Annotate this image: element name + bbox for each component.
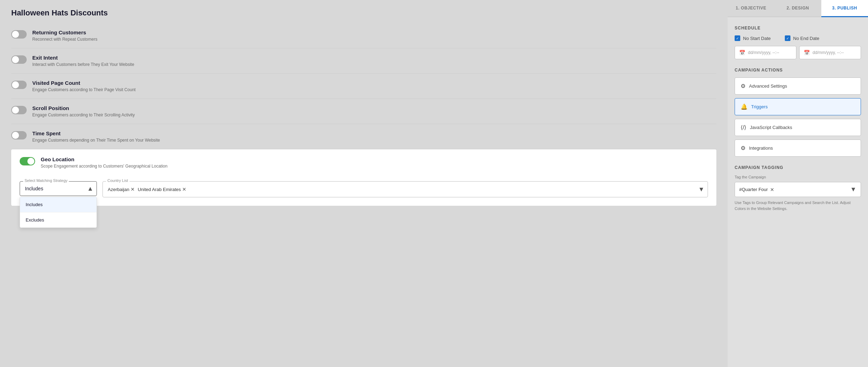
scroll-position-title: Scroll Position xyxy=(32,105,135,111)
country-tag-uae: United Arab Emirates ✕ xyxy=(138,186,186,192)
geo-location-title: Geo Location xyxy=(41,156,167,162)
dropdown-item-includes[interactable]: Includes xyxy=(20,197,97,212)
no-start-date-checkbox[interactable] xyxy=(735,35,740,41)
time-spent-title: Time Spent xyxy=(32,130,160,136)
tag-the-campaign-label: Tag the Campaign xyxy=(735,175,861,179)
triggers-label: Triggers xyxy=(751,104,768,109)
tab-publish[interactable]: 3. PUBLISH xyxy=(821,0,868,17)
no-start-date-row: No Start Date No End Date xyxy=(735,35,861,41)
integrations-label: Integrations xyxy=(749,145,773,151)
returning-customers-desc: Reconnect with Repeat Customers xyxy=(32,37,97,42)
campaign-tag-remove[interactable]: ✕ xyxy=(770,187,774,192)
returning-customers-content: Returning Customers Reconnect with Repea… xyxy=(32,29,97,42)
campaign-actions-title: CAMPAIGN ACTIONS xyxy=(735,68,861,73)
exit-intent-toggle[interactable] xyxy=(11,55,27,64)
country-tag-remove-azerbaijan[interactable]: ✕ xyxy=(131,186,135,192)
matching-strategy-label: Select Matching Strategy xyxy=(23,178,69,183)
no-start-date-label: No Start Date xyxy=(743,36,771,41)
calendar-icon-end: 📅 xyxy=(804,50,810,55)
javascript-callbacks-label: JavaScript Callbacks xyxy=(750,125,792,130)
returning-customers-item: Returning Customers Reconnect with Repea… xyxy=(11,23,716,48)
js-callbacks-icon: ⟨/⟩ xyxy=(741,124,746,131)
campaign-actions-section: CAMPAIGN ACTIONS ⚙ Advanced Settings 🔔 T… xyxy=(735,68,861,157)
tab-design[interactable]: 2. DESIGN xyxy=(774,0,821,17)
returning-customers-title: Returning Customers xyxy=(32,29,97,35)
country-tag-label: Azerbaijan xyxy=(108,187,129,192)
scroll-position-desc: Engage Customers according to Their Scro… xyxy=(32,113,135,117)
geo-controls: Select Matching Strategy Includes ▲ Incl… xyxy=(20,181,708,197)
country-list-arrow-icon: ▼ xyxy=(698,186,704,193)
advanced-settings-label: Advanced Settings xyxy=(749,83,787,89)
selected-strategy-value: Includes xyxy=(25,186,43,191)
page-title: Halloween Hats Discounts xyxy=(0,0,728,23)
campaign-tag-text: #Quarter Four xyxy=(739,187,768,192)
toggle-knob xyxy=(12,31,19,38)
integrations-button[interactable]: ⚙ Integrations xyxy=(735,140,861,157)
tag-dropdown-arrow-icon[interactable]: ▼ xyxy=(850,186,856,193)
end-date-placeholder: dd/mm/yyyy, --:-- xyxy=(813,50,844,55)
javascript-callbacks-button[interactable]: ⟨/⟩ JavaScript Callbacks xyxy=(735,119,861,136)
country-list-label: Country List xyxy=(106,178,130,183)
country-list-wrapper: Country List Azerbaijan ✕ United Arab Em… xyxy=(102,181,708,197)
integrations-icon: ⚙ xyxy=(741,145,746,151)
tag-input-wrapper[interactable]: #Quarter Four ✕ ▼ xyxy=(735,182,861,197)
returning-customers-toggle[interactable] xyxy=(11,30,27,39)
date-row: 📅 dd/mm/yyyy, --:-- 📅 dd/mm/yyyy, --:-- xyxy=(735,46,861,59)
left-panel: Halloween Hats Discounts Returning Custo… xyxy=(0,0,728,367)
geo-location-desc: Scope Engagement according to Customers'… xyxy=(41,164,167,169)
exit-intent-desc: Interact with Customers before They Exit… xyxy=(32,62,134,67)
returning-customers-toggle-wrapper xyxy=(11,30,27,39)
exit-intent-item: Exit Intent Interact with Customers befo… xyxy=(11,48,716,74)
strategy-dropdown: Includes Excludes xyxy=(20,197,97,228)
country-list-box[interactable]: Azerbaijan ✕ United Arab Emirates ✕ ▼ xyxy=(102,181,708,197)
exit-intent-title: Exit Intent xyxy=(32,55,134,61)
country-tag-remove-uae[interactable]: ✕ xyxy=(182,186,186,192)
advanced-settings-button[interactable]: ⚙ Advanced Settings xyxy=(735,77,861,95)
visited-page-count-item: Visited Page Count Engage Customers acco… xyxy=(11,74,716,99)
scroll-position-toggle[interactable] xyxy=(11,106,27,114)
tab-objective[interactable]: 1. OBJECTIVE xyxy=(728,0,774,17)
schedule-section-title: SCHEDULE xyxy=(735,26,861,30)
triggers-icon: 🔔 xyxy=(741,103,748,110)
no-end-date-label: No End Date xyxy=(793,36,819,41)
right-panel: 1. OBJECTIVE 2. DESIGN 3. PUBLISH SCHEDU… xyxy=(728,0,868,367)
campaign-tag: #Quarter Four ✕ xyxy=(739,187,774,192)
visited-page-count-toggle[interactable] xyxy=(11,81,27,89)
no-end-date-checkbox[interactable] xyxy=(785,35,790,41)
visited-page-count-title: Visited Page Count xyxy=(32,80,135,86)
time-spent-desc: Engage Customers depending on Their Time… xyxy=(32,138,160,143)
geo-location-card: Geo Location Scope Engagement according … xyxy=(11,149,716,206)
campaign-tagging-title: CAMPAIGN TAGGING xyxy=(735,165,861,170)
dropdown-item-excludes[interactable]: Excludes xyxy=(20,212,97,227)
matching-strategy-wrapper: Select Matching Strategy Includes ▲ Incl… xyxy=(20,181,97,196)
start-date-placeholder: dd/mm/yyyy, --:-- xyxy=(748,50,779,55)
right-content: SCHEDULE No Start Date No End Date 📅 dd/… xyxy=(728,17,868,367)
matching-strategy-select[interactable]: Includes xyxy=(20,181,97,196)
end-date-input[interactable]: 📅 dd/mm/yyyy, --:-- xyxy=(799,46,861,59)
geo-location-toggle[interactable] xyxy=(20,157,35,165)
country-tag-uae-label: United Arab Emirates xyxy=(138,187,181,192)
tabs-bar: 1. OBJECTIVE 2. DESIGN 3. PUBLISH xyxy=(728,0,868,17)
time-spent-toggle[interactable] xyxy=(11,131,27,140)
time-spent-item: Time Spent Engage Customers depending on… xyxy=(11,124,716,149)
advanced-settings-icon: ⚙ xyxy=(741,83,746,89)
campaign-tagging-section: CAMPAIGN TAGGING Tag the Campaign #Quart… xyxy=(735,165,861,211)
start-date-input[interactable]: 📅 dd/mm/yyyy, --:-- xyxy=(735,46,796,59)
country-tag-azerbaijan: Azerbaijan ✕ xyxy=(108,186,135,192)
scroll-position-item: Scroll Position Engage Customers accordi… xyxy=(11,99,716,124)
tag-hint: Use Tags to Group Relevant Campaigns and… xyxy=(735,200,861,211)
visited-page-count-desc: Engage Customers according to Their Page… xyxy=(32,87,135,92)
triggers-button[interactable]: 🔔 Triggers xyxy=(735,98,861,115)
calendar-icon-start: 📅 xyxy=(739,50,745,55)
scroll-area: Returning Customers Reconnect with Repea… xyxy=(0,23,728,367)
